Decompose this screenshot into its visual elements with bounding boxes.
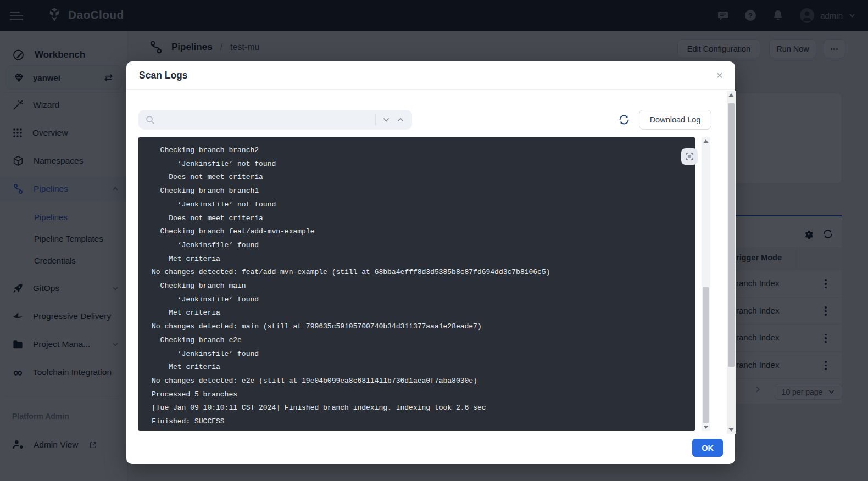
divider <box>375 114 376 125</box>
scan-logs-modal: Scan Logs × Download Log Checking branch… <box>126 61 735 464</box>
scroll-up-icon[interactable] <box>727 93 736 97</box>
download-log-button[interactable]: Download Log <box>639 110 711 130</box>
log-scrollbar-thumb[interactable] <box>703 287 709 423</box>
log-output: Checking branch branch2 ‘Jenkinsfile’ no… <box>138 137 695 429</box>
ok-button[interactable]: OK <box>692 439 723 457</box>
modal-body-scrollbar[interactable] <box>727 91 736 434</box>
scroll-up-icon[interactable] <box>702 139 710 143</box>
fullscreen-expand-icon[interactable] <box>681 148 698 165</box>
close-icon[interactable]: × <box>712 68 727 83</box>
log-search-box <box>138 110 412 130</box>
divider <box>126 89 735 90</box>
search-next-chevron-up-icon[interactable] <box>393 113 408 127</box>
modal-scrollbar-thumb[interactable] <box>728 103 735 367</box>
log-console: Checking branch branch2 ‘Jenkinsfile’ no… <box>138 137 695 431</box>
search-icon <box>146 115 154 124</box>
refresh-log-icon[interactable] <box>618 114 630 126</box>
modal-title: Scan Logs <box>139 70 188 81</box>
search-input[interactable] <box>159 115 372 124</box>
scroll-down-icon[interactable] <box>702 425 710 429</box>
search-prev-chevron-down-icon[interactable] <box>379 113 393 127</box>
scroll-down-icon[interactable] <box>727 428 736 432</box>
log-scrollbar[interactable] <box>702 137 710 431</box>
